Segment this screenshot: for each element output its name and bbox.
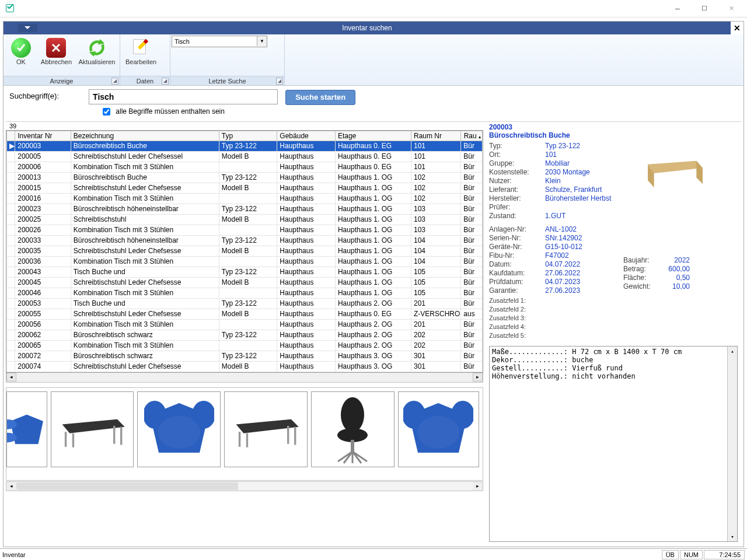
search-label: Suchbegriff(e):	[9, 92, 59, 100]
edit-button[interactable]: Bearbeiten	[121, 36, 160, 66]
check-icon	[11, 38, 31, 58]
thumb-1[interactable]	[6, 391, 47, 467]
table-row[interactable]: 200074Schreibtischstuhl Leder ChefsesseM…	[7, 361, 483, 372]
svg-marker-5	[62, 419, 125, 433]
thumbnail-strip[interactable]	[6, 387, 483, 481]
thumb-2[interactable]	[51, 391, 134, 467]
table-row[interactable]: 200036Kombination Tisch mit 3 StühlenHau…	[7, 256, 483, 267]
ribbon-group-daten: Daten	[137, 78, 153, 85]
table-row[interactable]: 200005Schreibtischstuhl Leder Chefsessel…	[7, 151, 483, 162]
status-bar: Inventar ÜB NUM 7:24:55	[0, 548, 747, 560]
cross-icon	[46, 38, 66, 58]
table-row[interactable]: 200033Büroschreibtisch höheneinstellbarT…	[7, 235, 483, 246]
refresh-button[interactable]: Aktualisieren	[75, 36, 118, 66]
svg-point-12	[158, 416, 200, 449]
svg-marker-24	[648, 161, 703, 173]
quick-access-dropdown[interactable]	[18, 24, 37, 32]
table-row[interactable]: 200056Kombination Tisch mit 3 StühlenHau…	[7, 319, 483, 330]
svg-marker-13	[236, 419, 298, 433]
detail-inv: 200003	[489, 123, 738, 131]
search-input[interactable]	[89, 89, 278, 104]
thumb-5[interactable]	[311, 391, 395, 467]
table-row[interactable]: 200055Schreibtischstuhl Leder ChefsesseM…	[7, 309, 483, 319]
table-row[interactable]: 200062Büroschreibtisch schwarzTyp 23-122…	[7, 330, 483, 340]
thumb-3[interactable]	[137, 391, 221, 467]
table-row[interactable]: 200026Kombination Tisch mit 3 StühlenHau…	[7, 225, 483, 235]
checkbox-label: alle Begriffe müssen enthalten sein	[116, 107, 225, 116]
table-row[interactable]: 200016Kombination Tisch mit 3 StühlenHau…	[7, 193, 483, 204]
detail-notes[interactable]: Maße.............: H 72 cm x B 1400 x T …	[489, 346, 738, 542]
table-row[interactable]: 200045Schreibtischstuhl Leder ChefsesseM…	[7, 277, 483, 288]
col-inventar[interactable]: Inventar Nr	[15, 131, 71, 141]
svg-rect-17	[294, 427, 296, 445]
last-search-select[interactable]	[172, 36, 267, 47]
edit-icon	[131, 38, 151, 58]
cancel-button[interactable]: Abbrechen	[37, 36, 75, 66]
all-terms-checkbox[interactable]	[103, 108, 110, 116]
grid-hscroll[interactable]: ▏◂▸	[6, 373, 483, 383]
table-row[interactable]: 200072Büroschreibtisch schwarzTyp 23-122…	[7, 351, 483, 361]
chevron-down-icon[interactable]: ▼	[257, 36, 267, 46]
thumb-scroll-left-icon[interactable]: ◂	[6, 482, 16, 491]
status-time: 7:24:55	[704, 550, 745, 559]
table-row[interactable]: 200015Schreibtischstuhl Leder ChefsesseM…	[7, 183, 483, 193]
daten-launcher-icon[interactable]: ◢	[162, 78, 169, 85]
notes-vscroll[interactable]: ▴▾	[727, 346, 737, 541]
status-ub: ÜB	[662, 550, 679, 559]
window-maximize[interactable]: ☐	[691, 0, 718, 18]
results-grid[interactable]: Inventar Nr Bezeichnung Typ Gebäude Etag…	[6, 130, 483, 373]
window-title: Inventar suchen	[4, 24, 731, 32]
svg-rect-7	[72, 433, 74, 447]
table-row[interactable]: 200065Kombination Tisch mit 3 StühlenHau…	[7, 340, 483, 351]
window-minimize[interactable]: ─	[664, 0, 691, 18]
col-raumnr[interactable]: Raum Nr	[411, 131, 461, 141]
table-row[interactable]: 200025SchreibtischstuhlModell BHaupthaus…	[7, 214, 483, 225]
col-gebaeude[interactable]: Gebäude	[277, 131, 336, 141]
ok-button[interactable]: OK	[5, 36, 37, 66]
inner-close-button[interactable]: ✕	[731, 22, 743, 34]
thumbs-hscroll[interactable]: ◂▸	[6, 481, 483, 491]
svg-rect-9	[120, 427, 122, 445]
svg-rect-20	[351, 440, 354, 452]
table-row[interactable]: 200053Tisch Buche undTyp 23-122Haupthaus…	[7, 298, 483, 309]
table-row[interactable]: 200043Tisch Buche undTyp 23-122Haupthaus…	[7, 267, 483, 277]
table-row[interactable]: 200035Schreibtischstuhl Leder ChefsesseM…	[7, 246, 483, 256]
col-etage[interactable]: Etage	[335, 131, 411, 141]
last-launcher-icon[interactable]: ◢	[276, 78, 283, 85]
table-row[interactable]: ▶200003Büroschreibtisch BucheTyp 23-122H…	[7, 141, 483, 151]
table-row[interactable]: 200006Kombination Tisch mit 3 StühlenHau…	[7, 162, 483, 172]
anzeige-launcher-icon[interactable]: ◢	[111, 78, 118, 85]
thumb-6[interactable]	[398, 391, 479, 467]
search-start-button[interactable]: Suche starten	[285, 90, 355, 105]
refresh-icon	[87, 38, 107, 58]
svg-point-18	[341, 397, 364, 432]
detail-image	[644, 154, 706, 194]
detail-name: Büroschreibtisch Buche	[489, 131, 738, 139]
col-bezeichnung[interactable]: Bezeichnung	[71, 131, 219, 141]
table-row[interactable]: 200013Büroschreibtisch BucheTyp 23-122Ha…	[7, 172, 483, 183]
svg-rect-16	[287, 426, 289, 444]
ribbon: OK Abbrechen Aktualisieren Anzeige◢	[4, 34, 743, 86]
scroll-right-icon[interactable]: ▸	[473, 373, 483, 382]
scroll-up-icon[interactable]: ▴	[728, 346, 737, 356]
table-row[interactable]: 200023Büroschreibtisch höheneinstellbarT…	[7, 204, 483, 214]
svg-rect-6	[65, 432, 67, 447]
scroll-up-icon[interactable]: ▴	[479, 134, 481, 139]
status-left: Inventar	[2, 551, 26, 558]
col-raum[interactable]: Rau ▴	[461, 131, 483, 141]
table-row[interactable]: 200046Kombination Tisch mit 3 StühlenHau…	[7, 288, 483, 298]
window-close[interactable]: ✕	[718, 0, 745, 18]
ribbon-group-anzeige: Anzeige	[50, 78, 74, 85]
thumb-scroll-right-icon[interactable]: ▸	[473, 482, 483, 491]
svg-rect-14	[239, 432, 240, 447]
scroll-left-icon[interactable]: ◂	[6, 373, 16, 382]
outer-titlebar: ─ ☐ ✕	[0, 0, 747, 18]
svg-marker-0	[25, 26, 30, 29]
col-typ[interactable]: Typ	[219, 131, 277, 141]
svg-marker-26	[696, 161, 703, 184]
thumb-4[interactable]	[224, 391, 308, 467]
search-row: Suchbegriff(e): Suche starten alle Begri…	[4, 86, 743, 118]
svg-rect-15	[246, 433, 247, 447]
ribbon-group-last: Letzte Suche	[208, 78, 246, 85]
scroll-down-icon[interactable]: ▾	[728, 531, 737, 541]
